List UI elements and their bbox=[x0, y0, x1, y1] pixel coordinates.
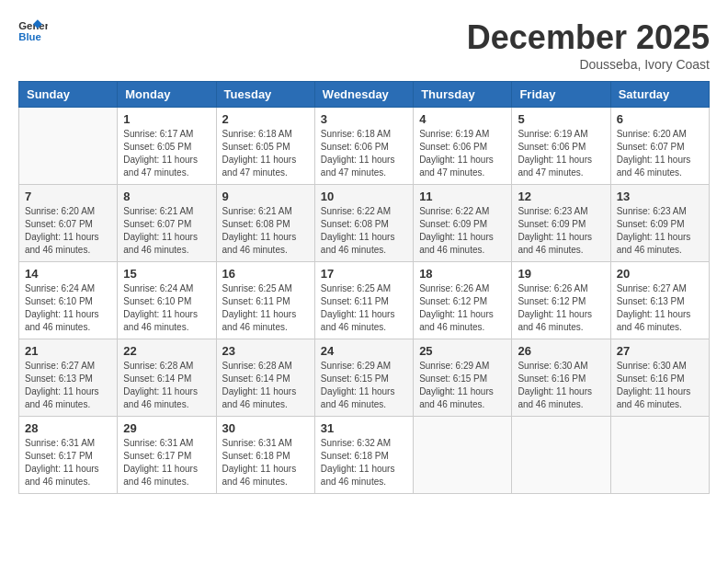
day-info: Sunrise: 6:23 AMSunset: 6:09 PMDaylight:… bbox=[518, 205, 604, 257]
calendar-day-cell: 20Sunrise: 6:27 AMSunset: 6:13 PMDayligh… bbox=[610, 262, 709, 339]
calendar-day-cell: 11Sunrise: 6:22 AMSunset: 6:09 PMDayligh… bbox=[414, 185, 512, 262]
day-number: 1 bbox=[123, 112, 210, 126]
calendar-week-1: 1Sunrise: 6:17 AMSunset: 6:05 PMDaylight… bbox=[19, 108, 710, 185]
day-number: 4 bbox=[419, 112, 506, 126]
day-number: 18 bbox=[419, 267, 506, 281]
day-number: 17 bbox=[321, 267, 407, 281]
day-info: Sunrise: 6:17 AMSunset: 6:05 PMDaylight:… bbox=[123, 128, 210, 179]
day-number: 12 bbox=[518, 190, 604, 203]
day-info: Sunrise: 6:29 AMSunset: 6:15 PMDaylight:… bbox=[419, 360, 506, 411]
day-number: 31 bbox=[321, 421, 407, 435]
day-number: 27 bbox=[617, 344, 703, 358]
weekday-header-tuesday: Tuesday bbox=[216, 82, 314, 108]
calendar-day-cell: 1Sunrise: 6:17 AMSunset: 6:05 PMDaylight… bbox=[118, 108, 216, 185]
calendar-day-cell: 10Sunrise: 6:22 AMSunset: 6:08 PMDayligh… bbox=[314, 185, 413, 262]
day-number: 29 bbox=[123, 421, 210, 435]
calendar-day-cell: 16Sunrise: 6:25 AMSunset: 6:11 PMDayligh… bbox=[216, 262, 314, 339]
calendar-day-cell bbox=[610, 417, 709, 494]
day-info: Sunrise: 6:26 AMSunset: 6:12 PMDaylight:… bbox=[518, 282, 604, 334]
svg-text:Blue: Blue bbox=[18, 31, 41, 42]
day-number: 11 bbox=[419, 190, 506, 203]
weekday-header-thursday: Thursday bbox=[414, 82, 512, 108]
calendar-day-cell: 31Sunrise: 6:32 AMSunset: 6:18 PMDayligh… bbox=[314, 417, 413, 494]
calendar-day-cell bbox=[512, 417, 610, 494]
month-year-title: December 2025 bbox=[467, 18, 710, 57]
weekday-header-monday: Monday bbox=[118, 82, 216, 108]
day-number: 22 bbox=[123, 344, 210, 358]
day-number: 20 bbox=[617, 267, 703, 281]
day-info: Sunrise: 6:24 AMSunset: 6:10 PMDaylight:… bbox=[123, 282, 210, 334]
calendar-day-cell bbox=[414, 417, 512, 494]
day-info: Sunrise: 6:22 AMSunset: 6:08 PMDaylight:… bbox=[321, 205, 407, 257]
day-info: Sunrise: 6:27 AMSunset: 6:13 PMDaylight:… bbox=[617, 282, 703, 334]
calendar-day-cell: 18Sunrise: 6:26 AMSunset: 6:12 PMDayligh… bbox=[414, 262, 512, 339]
calendar-week-4: 21Sunrise: 6:27 AMSunset: 6:13 PMDayligh… bbox=[19, 339, 710, 417]
day-info: Sunrise: 6:28 AMSunset: 6:14 PMDaylight:… bbox=[123, 360, 210, 411]
calendar-day-cell: 25Sunrise: 6:29 AMSunset: 6:15 PMDayligh… bbox=[414, 339, 512, 417]
day-number: 24 bbox=[321, 344, 407, 358]
calendar-day-cell: 26Sunrise: 6:30 AMSunset: 6:16 PMDayligh… bbox=[512, 339, 610, 417]
day-info: Sunrise: 6:27 AMSunset: 6:13 PMDaylight:… bbox=[25, 360, 111, 411]
day-info: Sunrise: 6:19 AMSunset: 6:06 PMDaylight:… bbox=[419, 128, 506, 179]
day-info: Sunrise: 6:23 AMSunset: 6:09 PMDaylight:… bbox=[617, 205, 703, 257]
day-number: 15 bbox=[123, 267, 210, 281]
day-number: 2 bbox=[222, 112, 309, 126]
svg-text:General: General bbox=[18, 20, 48, 31]
day-info: Sunrise: 6:25 AMSunset: 6:11 PMDaylight:… bbox=[321, 282, 407, 334]
calendar-day-cell: 21Sunrise: 6:27 AMSunset: 6:13 PMDayligh… bbox=[19, 339, 118, 417]
day-info: Sunrise: 6:28 AMSunset: 6:14 PMDaylight:… bbox=[222, 360, 309, 411]
calendar-day-cell: 3Sunrise: 6:18 AMSunset: 6:06 PMDaylight… bbox=[314, 108, 413, 185]
calendar-day-cell bbox=[19, 108, 118, 185]
day-number: 10 bbox=[321, 190, 407, 203]
calendar-day-cell: 6Sunrise: 6:20 AMSunset: 6:07 PMDaylight… bbox=[610, 108, 709, 185]
day-info: Sunrise: 6:25 AMSunset: 6:11 PMDaylight:… bbox=[222, 282, 309, 334]
calendar-day-cell: 24Sunrise: 6:29 AMSunset: 6:15 PMDayligh… bbox=[314, 339, 413, 417]
day-info: Sunrise: 6:20 AMSunset: 6:07 PMDaylight:… bbox=[617, 128, 703, 179]
day-info: Sunrise: 6:19 AMSunset: 6:06 PMDaylight:… bbox=[518, 128, 604, 179]
day-number: 5 bbox=[518, 112, 604, 126]
weekday-header-row: SundayMondayTuesdayWednesdayThursdayFrid… bbox=[19, 82, 710, 108]
weekday-header-saturday: Saturday bbox=[610, 82, 709, 108]
day-info: Sunrise: 6:21 AMSunset: 6:07 PMDaylight:… bbox=[123, 205, 210, 257]
day-number: 3 bbox=[321, 112, 407, 126]
day-number: 21 bbox=[25, 344, 111, 358]
day-number: 8 bbox=[123, 190, 210, 203]
day-number: 28 bbox=[25, 421, 111, 435]
day-info: Sunrise: 6:20 AMSunset: 6:07 PMDaylight:… bbox=[25, 205, 111, 257]
day-number: 16 bbox=[222, 267, 309, 281]
day-info: Sunrise: 6:18 AMSunset: 6:05 PMDaylight:… bbox=[222, 128, 309, 179]
calendar-day-cell: 28Sunrise: 6:31 AMSunset: 6:17 PMDayligh… bbox=[19, 417, 118, 494]
logo: General Blue bbox=[18, 18, 48, 44]
day-number: 25 bbox=[419, 344, 506, 358]
day-number: 7 bbox=[25, 190, 111, 203]
day-info: Sunrise: 6:31 AMSunset: 6:18 PMDaylight:… bbox=[222, 437, 309, 488]
calendar-day-cell: 5Sunrise: 6:19 AMSunset: 6:06 PMDaylight… bbox=[512, 108, 610, 185]
day-info: Sunrise: 6:31 AMSunset: 6:17 PMDaylight:… bbox=[123, 437, 210, 488]
day-number: 19 bbox=[518, 267, 604, 281]
calendar-day-cell: 8Sunrise: 6:21 AMSunset: 6:07 PMDaylight… bbox=[118, 185, 216, 262]
location-subtitle: Dousseba, Ivory Coast bbox=[467, 57, 710, 72]
page-header: General Blue December 2025 Dousseba, Ivo… bbox=[18, 18, 710, 72]
day-info: Sunrise: 6:24 AMSunset: 6:10 PMDaylight:… bbox=[25, 282, 111, 334]
calendar-week-2: 7Sunrise: 6:20 AMSunset: 6:07 PMDaylight… bbox=[19, 185, 710, 262]
day-info: Sunrise: 6:30 AMSunset: 6:16 PMDaylight:… bbox=[617, 360, 703, 411]
logo-icon: General Blue bbox=[18, 18, 48, 44]
calendar-day-cell: 15Sunrise: 6:24 AMSunset: 6:10 PMDayligh… bbox=[118, 262, 216, 339]
weekday-header-friday: Friday bbox=[512, 82, 610, 108]
calendar-day-cell: 12Sunrise: 6:23 AMSunset: 6:09 PMDayligh… bbox=[512, 185, 610, 262]
day-number: 23 bbox=[222, 344, 309, 358]
calendar-week-3: 14Sunrise: 6:24 AMSunset: 6:10 PMDayligh… bbox=[19, 262, 710, 339]
weekday-header-wednesday: Wednesday bbox=[314, 82, 413, 108]
day-number: 30 bbox=[222, 421, 309, 435]
calendar-day-cell: 27Sunrise: 6:30 AMSunset: 6:16 PMDayligh… bbox=[610, 339, 709, 417]
day-info: Sunrise: 6:29 AMSunset: 6:15 PMDaylight:… bbox=[321, 360, 407, 411]
day-info: Sunrise: 6:26 AMSunset: 6:12 PMDaylight:… bbox=[419, 282, 506, 334]
weekday-header-sunday: Sunday bbox=[19, 82, 118, 108]
calendar-week-5: 28Sunrise: 6:31 AMSunset: 6:17 PMDayligh… bbox=[19, 417, 710, 494]
calendar-day-cell: 29Sunrise: 6:31 AMSunset: 6:17 PMDayligh… bbox=[118, 417, 216, 494]
day-info: Sunrise: 6:18 AMSunset: 6:06 PMDaylight:… bbox=[321, 128, 407, 179]
day-info: Sunrise: 6:21 AMSunset: 6:08 PMDaylight:… bbox=[222, 205, 309, 257]
calendar-day-cell: 2Sunrise: 6:18 AMSunset: 6:05 PMDaylight… bbox=[216, 108, 314, 185]
day-info: Sunrise: 6:22 AMSunset: 6:09 PMDaylight:… bbox=[419, 205, 506, 257]
calendar-day-cell: 4Sunrise: 6:19 AMSunset: 6:06 PMDaylight… bbox=[414, 108, 512, 185]
